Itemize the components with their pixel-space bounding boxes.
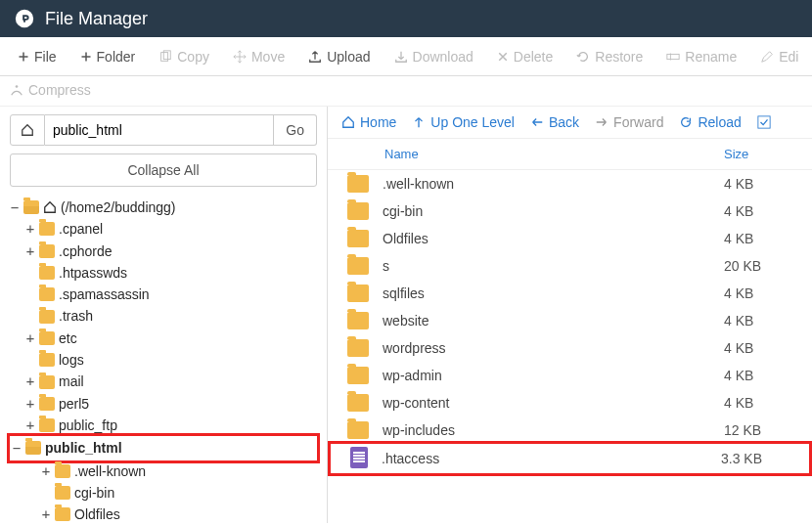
folder-icon xyxy=(39,375,55,389)
tree-node-label: public_html xyxy=(45,438,122,458)
tree-node[interactable]: +etc xyxy=(10,328,317,349)
folder-icon xyxy=(347,230,369,247)
tree-toggle-icon[interactable]: + xyxy=(25,394,35,414)
file-size: 4 KB xyxy=(724,176,792,192)
folder-icon xyxy=(347,339,369,357)
folder-icon xyxy=(39,222,55,236)
nav-reload-link[interactable]: Reload xyxy=(679,114,741,130)
tree-node[interactable]: +Oldfiles xyxy=(10,504,317,523)
go-button[interactable]: Go xyxy=(274,114,317,146)
tree-toggle-icon[interactable]: + xyxy=(25,219,35,239)
folder-tree: − (/home2/buddingg) +.cpanel+.cphorde.ht… xyxy=(10,197,317,523)
nav-selectall-link[interactable] xyxy=(757,114,771,130)
col-size[interactable]: Size xyxy=(724,147,792,161)
tree-node[interactable]: −public_html xyxy=(7,433,320,462)
content-toolbar: Home Up One Level Back Forward Reload xyxy=(328,107,812,139)
table-row[interactable]: wp-includes12 KB xyxy=(328,416,812,444)
folder-icon xyxy=(39,353,55,367)
tree-toggle-icon[interactable]: + xyxy=(25,416,35,435)
file-size: 4 KB xyxy=(724,395,792,411)
table-row[interactable]: wordpress4 KB xyxy=(328,334,812,362)
folder-icon xyxy=(39,287,55,301)
folder-icon xyxy=(347,285,369,302)
table-row[interactable]: wp-admin4 KB xyxy=(328,362,812,389)
app-header: File Manager xyxy=(0,0,812,37)
tree-toggle-icon[interactable]: − xyxy=(12,438,22,458)
tree-node[interactable]: .trash xyxy=(10,305,317,327)
file-table: Name Size .well-known4 KBcgi-bin4 KBOldf… xyxy=(328,139,812,523)
file-size: 4 KB xyxy=(724,368,792,383)
upload-button[interactable]: Upload xyxy=(298,43,380,70)
folder-icon xyxy=(39,244,55,258)
collapse-all-button[interactable]: Collapse All xyxy=(10,153,317,187)
file-name: wp-content xyxy=(383,395,724,411)
tree-node-label: mail xyxy=(59,372,84,391)
tree-toggle-icon[interactable]: + xyxy=(25,329,35,348)
table-row[interactable]: Oldfiles4 KB xyxy=(328,225,812,252)
tree-root[interactable]: − (/home2/buddingg) xyxy=(10,197,317,218)
tree-node[interactable]: cgi-bin xyxy=(10,482,317,504)
new-file-button[interactable]: File xyxy=(8,43,67,70)
nav-back-link[interactable]: Back xyxy=(530,114,579,130)
folder-icon xyxy=(39,397,55,411)
tree-node[interactable]: .spamassassin xyxy=(10,284,317,305)
table-row[interactable]: cgi-bin4 KB xyxy=(328,197,812,225)
table-row[interactable]: .htaccess3.3 KB xyxy=(328,441,812,476)
restore-button[interactable]: Restore xyxy=(566,43,653,70)
tree-node[interactable]: +.well-known xyxy=(10,460,317,482)
main-toolbar: File Folder Copy Move Upload Download De… xyxy=(0,37,812,76)
tree-node-label: .well-known xyxy=(74,461,146,481)
table-row[interactable]: sqlfiles4 KB xyxy=(328,280,812,307)
tree-toggle-icon[interactable]: − xyxy=(10,197,20,217)
edit-button[interactable]: Edi xyxy=(750,43,808,70)
folder-icon xyxy=(25,441,41,455)
tree-toggle-icon[interactable]: + xyxy=(25,241,35,261)
nav-home-link[interactable]: Home xyxy=(341,114,396,130)
folder-icon xyxy=(347,367,369,384)
file-size: 12 KB xyxy=(724,422,792,438)
download-button[interactable]: Download xyxy=(384,43,483,70)
tree-node-label: .cpanel xyxy=(59,219,103,239)
folder-icon xyxy=(55,507,70,521)
tree-node-label: cgi-bin xyxy=(74,483,114,503)
compress-button[interactable]: Compress xyxy=(10,82,91,98)
sub-toolbar: Compress xyxy=(0,76,812,107)
folder-icon xyxy=(347,312,369,329)
rename-button[interactable]: Rename xyxy=(656,43,746,70)
folder-tree-sidebar: Go Collapse All − (/home2/buddingg) +.cp… xyxy=(0,107,328,523)
table-row[interactable]: website4 KB xyxy=(328,307,812,334)
tree-node[interactable]: logs xyxy=(10,349,317,371)
home-icon-button[interactable] xyxy=(10,114,45,146)
tree-node[interactable]: +mail xyxy=(10,371,317,392)
tree-node[interactable]: .htpasswds xyxy=(10,262,317,284)
home-icon xyxy=(43,200,57,214)
tree-toggle-icon[interactable]: + xyxy=(25,372,35,391)
move-button[interactable]: Move xyxy=(223,43,294,70)
table-header: Name Size xyxy=(328,139,812,170)
file-name: website xyxy=(383,313,724,329)
table-row[interactable]: s20 KB xyxy=(328,252,812,280)
file-size: 4 KB xyxy=(724,231,792,246)
col-name[interactable]: Name xyxy=(347,147,724,161)
file-size: 4 KB xyxy=(724,340,792,356)
delete-button[interactable]: Delete xyxy=(487,43,563,70)
nav-up-link[interactable]: Up One Level xyxy=(412,114,515,130)
path-input[interactable] xyxy=(45,114,274,146)
tree-node[interactable]: +.cpanel xyxy=(10,218,317,240)
tree-toggle-icon[interactable]: + xyxy=(41,504,51,523)
tree-node-label: perl5 xyxy=(59,394,89,414)
tree-node[interactable]: +perl5 xyxy=(10,393,317,415)
tree-node[interactable]: +.cphorde xyxy=(10,241,317,262)
file-size: 4 KB xyxy=(724,203,792,219)
copy-button[interactable]: Copy xyxy=(149,43,219,70)
tree-node-label: logs xyxy=(59,350,84,370)
table-row[interactable]: .well-known4 KB xyxy=(328,170,812,197)
folder-icon xyxy=(347,257,369,275)
tree-toggle-icon[interactable]: + xyxy=(41,461,51,481)
file-name: s xyxy=(383,258,724,274)
new-folder-button[interactable]: Folder xyxy=(70,43,146,70)
folder-open-icon xyxy=(23,200,39,214)
file-size: 4 KB xyxy=(724,285,792,301)
nav-forward-link[interactable]: Forward xyxy=(595,114,663,130)
table-row[interactable]: wp-content4 KB xyxy=(328,389,812,416)
